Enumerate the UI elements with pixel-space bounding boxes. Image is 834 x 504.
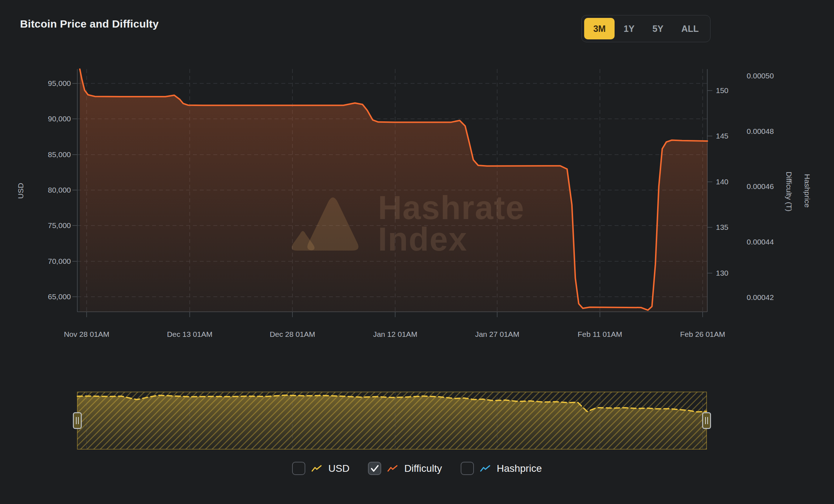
usd-tick-label: 70,000	[48, 257, 71, 265]
hashprice-tick-label: 0.00046	[747, 182, 774, 190]
difficulty-tick-label: 145	[716, 132, 728, 140]
legend-label-hashprice: Hashprice	[497, 463, 542, 474]
usd-tick-label: 75,000	[48, 221, 71, 229]
legend-label-usd: USD	[328, 463, 349, 474]
range-button-3m[interactable]: 3M	[584, 18, 615, 39]
hashprice-tick-label: 0.00048	[747, 127, 774, 135]
hashprice-tick-label: 0.00044	[747, 238, 774, 246]
x-tick-label: Nov 28 01AM	[64, 330, 109, 338]
checkbox-hashprice[interactable]	[461, 462, 474, 475]
check-icon	[369, 463, 380, 474]
hashprice-tick-label: 0.00050	[747, 72, 774, 80]
difficulty-axis-title: Difficulty (T)	[785, 171, 793, 212]
x-tick-label: Jan 12 01AM	[373, 330, 417, 338]
legend-label-difficulty: Difficulty	[404, 463, 442, 474]
hashprice-tick-label: 0.00042	[747, 293, 774, 301]
navigator-handle-right[interactable]	[703, 413, 711, 428]
usd-trend-icon	[311, 465, 322, 472]
plot-area[interactable]	[77, 69, 707, 312]
x-tick-label: Feb 11 01AM	[578, 330, 622, 338]
usd-tick-label: 95,000	[48, 79, 71, 87]
difficulty-tick-label: 130	[716, 269, 728, 277]
difficulty-tick-label: 140	[716, 178, 728, 186]
x-tick-label: Feb 26 01AM	[680, 330, 725, 338]
usd-tick-label: 80,000	[48, 186, 71, 194]
range-selector: 3M1Y5YALL	[581, 15, 711, 42]
difficulty-tick-label: 150	[716, 86, 728, 94]
range-button-1y[interactable]: 1Y	[615, 18, 644, 39]
x-tick-label: Dec 13 01AM	[167, 330, 212, 338]
usd-axis-title: USD	[16, 183, 25, 199]
navigator-track[interactable]	[77, 392, 707, 449]
range-button-all[interactable]: ALL	[672, 18, 708, 39]
hashprice-axis-title: Hashprice	[803, 174, 811, 208]
legend: USD Difficulty Hashprice	[0, 462, 834, 475]
range-button-5y[interactable]: 5Y	[644, 18, 673, 39]
checkbox-usd[interactable]	[292, 462, 305, 475]
usd-tick-label: 65,000	[48, 292, 71, 301]
legend-item-hashprice[interactable]: Hashprice	[461, 462, 542, 475]
usd-tick-label: 85,000	[48, 150, 71, 159]
hashprice-trend-icon	[480, 465, 491, 472]
difficulty-tick-label: 135	[716, 223, 728, 231]
x-tick-label: Jan 27 01AM	[475, 330, 519, 338]
legend-item-difficulty[interactable]: Difficulty	[368, 462, 442, 475]
x-tick-label: Dec 28 01AM	[270, 330, 315, 338]
chart-canvas: HashrateIndex95,00090,00085,00080,00075,…	[0, 0, 834, 504]
checkbox-difficulty[interactable]	[368, 462, 381, 475]
page-title: Bitcoin Price and Difficulty	[20, 18, 159, 30]
difficulty-trend-icon	[387, 465, 398, 472]
legend-item-usd[interactable]: USD	[292, 462, 349, 475]
navigator-handle-left[interactable]	[73, 413, 81, 428]
usd-tick-label: 90,000	[48, 115, 71, 123]
